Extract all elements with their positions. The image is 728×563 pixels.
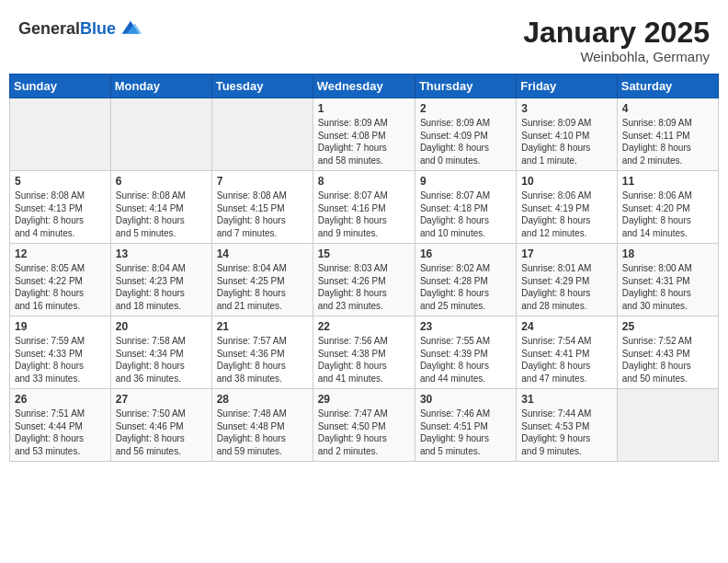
day-number: 9	[420, 175, 511, 188]
day-number: 4	[622, 102, 713, 115]
calendar-cell: 17Sunrise: 8:01 AM Sunset: 4:29 PM Dayli…	[517, 244, 617, 316]
day-info: Sunrise: 8:09 AM Sunset: 4:08 PM Dayligh…	[318, 117, 410, 167]
day-number: 5	[15, 175, 106, 188]
day-info: Sunrise: 8:01 AM Sunset: 4:29 PM Dayligh…	[521, 262, 611, 312]
weekday-header-row: SundayMondayTuesdayWednesdayThursdayFrid…	[10, 75, 719, 98]
day-info: Sunrise: 7:48 AM Sunset: 4:48 PM Dayligh…	[217, 408, 308, 457]
calendar-cell: 20Sunrise: 7:58 AM Sunset: 4:34 PM Dayli…	[110, 316, 211, 389]
calendar-cell: 5Sunrise: 8:08 AM Sunset: 4:13 PM Daylig…	[10, 171, 111, 244]
calendar-cell: 14Sunrise: 8:04 AM Sunset: 4:25 PM Dayli…	[211, 244, 313, 316]
logo-icon	[118, 17, 143, 42]
calendar-cell: 24Sunrise: 7:54 AM Sunset: 4:41 PM Dayli…	[517, 316, 617, 389]
day-number: 26	[15, 393, 106, 406]
day-info: Sunrise: 7:52 AM Sunset: 4:43 PM Dayligh…	[622, 335, 713, 385]
calendar-cell: 27Sunrise: 7:50 AM Sunset: 4:46 PM Dayli…	[110, 389, 211, 462]
day-info: Sunrise: 7:57 AM Sunset: 4:36 PM Dayligh…	[217, 335, 308, 385]
day-number: 31	[521, 393, 611, 406]
day-number: 16	[420, 247, 511, 260]
day-number: 2	[420, 102, 511, 115]
weekday-header-wednesday: Wednesday	[313, 75, 415, 98]
day-info: Sunrise: 8:08 AM Sunset: 4:14 PM Dayligh…	[116, 190, 207, 239]
day-number: 7	[217, 175, 308, 188]
day-number: 18	[622, 247, 713, 260]
weekday-header-tuesday: Tuesday	[211, 75, 313, 98]
day-number: 29	[318, 393, 410, 406]
logo-general-text: General	[18, 19, 80, 38]
week-row-5: 26Sunrise: 7:51 AM Sunset: 4:44 PM Dayli…	[10, 389, 719, 462]
title-area: January 2025 Weinbohla, Germany	[523, 17, 710, 64]
day-info: Sunrise: 8:06 AM Sunset: 4:20 PM Dayligh…	[622, 190, 713, 239]
day-number: 10	[521, 175, 611, 188]
week-row-2: 5Sunrise: 8:08 AM Sunset: 4:13 PM Daylig…	[10, 171, 719, 244]
calendar-cell: 29Sunrise: 7:47 AM Sunset: 4:50 PM Dayli…	[313, 389, 415, 462]
day-number: 6	[116, 175, 207, 188]
day-number: 21	[217, 320, 308, 333]
day-info: Sunrise: 8:07 AM Sunset: 4:16 PM Dayligh…	[318, 190, 410, 239]
calendar-cell: 30Sunrise: 7:46 AM Sunset: 4:51 PM Dayli…	[415, 389, 516, 462]
weekday-header-thursday: Thursday	[415, 75, 516, 98]
day-number: 13	[116, 247, 207, 260]
week-row-1: 1Sunrise: 8:09 AM Sunset: 4:08 PM Daylig…	[10, 98, 719, 171]
day-number: 19	[15, 320, 106, 333]
calendar-cell: 22Sunrise: 7:56 AM Sunset: 4:38 PM Dayli…	[313, 316, 415, 389]
calendar-cell: 26Sunrise: 7:51 AM Sunset: 4:44 PM Dayli…	[10, 389, 111, 462]
location: Weinbohla, Germany	[523, 49, 710, 64]
day-info: Sunrise: 8:08 AM Sunset: 4:13 PM Dayligh…	[15, 190, 106, 239]
calendar-cell: 3Sunrise: 8:09 AM Sunset: 4:10 PM Daylig…	[517, 98, 617, 171]
logo-blue-text: Blue	[80, 19, 116, 38]
day-info: Sunrise: 7:51 AM Sunset: 4:44 PM Dayligh…	[15, 408, 106, 457]
day-info: Sunrise: 8:08 AM Sunset: 4:15 PM Dayligh…	[217, 190, 308, 239]
header: GeneralBlue January 2025 Weinbohla, Germ…	[9, 9, 719, 68]
day-number: 20	[116, 320, 207, 333]
day-info: Sunrise: 8:09 AM Sunset: 4:11 PM Dayligh…	[622, 117, 713, 167]
calendar-cell: 10Sunrise: 8:06 AM Sunset: 4:19 PM Dayli…	[517, 171, 617, 244]
day-info: Sunrise: 7:50 AM Sunset: 4:46 PM Dayligh…	[116, 408, 207, 457]
day-number: 11	[622, 175, 713, 188]
day-number: 1	[318, 102, 410, 115]
calendar-cell	[10, 98, 111, 171]
calendar-cell: 28Sunrise: 7:48 AM Sunset: 4:48 PM Dayli…	[211, 389, 313, 462]
day-info: Sunrise: 8:04 AM Sunset: 4:25 PM Dayligh…	[217, 262, 308, 312]
calendar-cell: 31Sunrise: 7:44 AM Sunset: 4:53 PM Dayli…	[517, 389, 617, 462]
calendar-cell: 2Sunrise: 8:09 AM Sunset: 4:09 PM Daylig…	[415, 98, 516, 171]
week-row-3: 12Sunrise: 8:05 AM Sunset: 4:22 PM Dayli…	[10, 244, 719, 316]
day-info: Sunrise: 7:44 AM Sunset: 4:53 PM Dayligh…	[521, 408, 611, 457]
calendar-cell: 4Sunrise: 8:09 AM Sunset: 4:11 PM Daylig…	[617, 98, 718, 171]
day-info: Sunrise: 7:47 AM Sunset: 4:50 PM Dayligh…	[318, 408, 410, 457]
calendar-cell: 25Sunrise: 7:52 AM Sunset: 4:43 PM Dayli…	[617, 316, 718, 389]
day-info: Sunrise: 7:54 AM Sunset: 4:41 PM Dayligh…	[521, 335, 611, 385]
weekday-header-friday: Friday	[517, 75, 617, 98]
day-info: Sunrise: 8:09 AM Sunset: 4:10 PM Dayligh…	[521, 117, 611, 167]
day-number: 23	[420, 320, 511, 333]
calendar-cell: 18Sunrise: 8:00 AM Sunset: 4:31 PM Dayli…	[617, 244, 718, 316]
week-row-4: 19Sunrise: 7:59 AM Sunset: 4:33 PM Dayli…	[10, 316, 719, 389]
month-year: January 2025	[523, 17, 710, 49]
calendar-cell: 21Sunrise: 7:57 AM Sunset: 4:36 PM Dayli…	[211, 316, 313, 389]
day-info: Sunrise: 7:55 AM Sunset: 4:39 PM Dayligh…	[420, 335, 511, 385]
day-info: Sunrise: 8:03 AM Sunset: 4:26 PM Dayligh…	[318, 262, 410, 312]
day-info: Sunrise: 8:00 AM Sunset: 4:31 PM Dayligh…	[622, 262, 713, 312]
logo: GeneralBlue	[18, 17, 143, 42]
day-number: 14	[217, 247, 308, 260]
day-info: Sunrise: 7:46 AM Sunset: 4:51 PM Dayligh…	[420, 408, 511, 457]
day-info: Sunrise: 8:02 AM Sunset: 4:28 PM Dayligh…	[420, 262, 511, 312]
weekday-header-monday: Monday	[110, 75, 211, 98]
calendar-cell: 19Sunrise: 7:59 AM Sunset: 4:33 PM Dayli…	[10, 316, 111, 389]
day-info: Sunrise: 7:56 AM Sunset: 4:38 PM Dayligh…	[318, 335, 410, 385]
day-number: 15	[318, 247, 410, 260]
day-info: Sunrise: 8:04 AM Sunset: 4:23 PM Dayligh…	[116, 262, 207, 312]
calendar-cell	[211, 98, 313, 171]
day-number: 28	[217, 393, 308, 406]
calendar-cell: 23Sunrise: 7:55 AM Sunset: 4:39 PM Dayli…	[415, 316, 516, 389]
calendar-cell: 8Sunrise: 8:07 AM Sunset: 4:16 PM Daylig…	[313, 171, 415, 244]
day-info: Sunrise: 8:06 AM Sunset: 4:19 PM Dayligh…	[521, 190, 611, 239]
day-number: 30	[420, 393, 511, 406]
day-number: 12	[15, 247, 106, 260]
day-number: 8	[318, 175, 410, 188]
day-info: Sunrise: 8:07 AM Sunset: 4:18 PM Dayligh…	[420, 190, 511, 239]
day-number: 24	[521, 320, 611, 333]
weekday-header-sunday: Sunday	[10, 75, 111, 98]
calendar-cell: 12Sunrise: 8:05 AM Sunset: 4:22 PM Dayli…	[10, 244, 111, 316]
day-info: Sunrise: 8:09 AM Sunset: 4:09 PM Dayligh…	[420, 117, 511, 167]
calendar-cell: 16Sunrise: 8:02 AM Sunset: 4:28 PM Dayli…	[415, 244, 516, 316]
